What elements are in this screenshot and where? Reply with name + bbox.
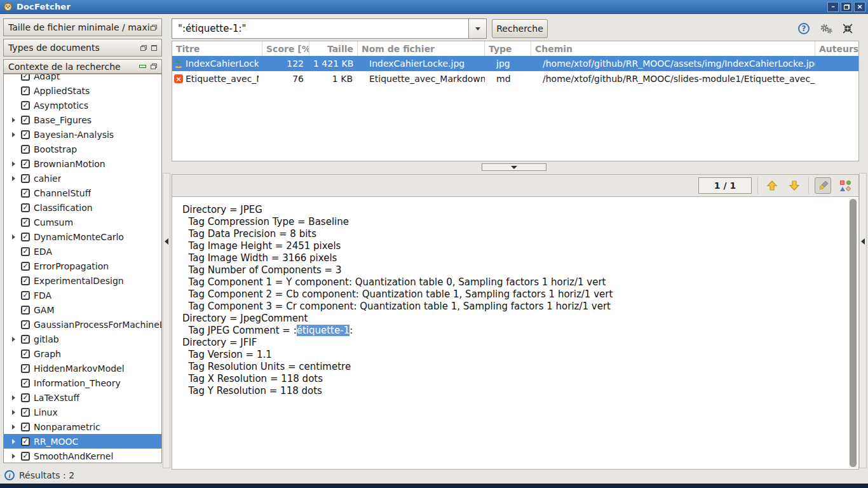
tree-item-checkbox[interactable]: ✓ xyxy=(21,306,30,315)
tree-item[interactable]: ✓ gitlab xyxy=(4,332,161,346)
column-header-chemin[interactable]: Chemin xyxy=(531,41,815,56)
expand-arrow-icon[interactable] xyxy=(12,454,15,459)
tree-item-checkbox[interactable]: ✓ xyxy=(21,437,30,446)
tree-item[interactable]: ✓ LaTeXstuff xyxy=(4,390,161,405)
panel-restore-icon[interactable] xyxy=(140,45,147,51)
right-vertical-sash[interactable] xyxy=(859,173,867,468)
minimize-to-tray-icon[interactable] xyxy=(843,24,853,34)
column-header-nom[interactable]: Nom de fichier xyxy=(358,41,485,56)
tree-item-checkbox[interactable]: ✓ xyxy=(21,101,30,110)
search-button[interactable]: Recherche xyxy=(492,19,548,38)
tree-item-checkbox[interactable]: ✓ xyxy=(21,116,30,125)
tree-item[interactable]: ✓ Cumsum xyxy=(4,215,161,229)
expand-arrow-icon[interactable] xyxy=(12,424,15,430)
tree-item[interactable]: ✓ RR_MOOC xyxy=(4,434,161,449)
tree-item-checkbox[interactable]: ✓ xyxy=(21,86,30,95)
expand-arrow-icon[interactable] xyxy=(12,118,15,123)
tree-item[interactable]: ✓ AppliedStats xyxy=(4,83,161,98)
preview-scrollbar[interactable] xyxy=(849,198,857,468)
tree-item[interactable]: ✓ GaussianProcessForMachineLea xyxy=(4,317,161,332)
panel-header-search-scope[interactable]: Contexte de la recherche xyxy=(3,59,162,74)
expand-arrow-icon[interactable] xyxy=(12,439,15,444)
tree-item[interactable]: ✓ Adapt xyxy=(4,74,161,83)
preferences-gears-icon[interactable] xyxy=(819,24,833,34)
tree-item[interactable]: ✓ cahier xyxy=(4,171,161,186)
tree-item-checkbox[interactable]: ✓ xyxy=(21,379,30,388)
search-history-dropdown[interactable] xyxy=(469,18,487,39)
tree-item-checkbox[interactable]: ✓ xyxy=(21,364,30,373)
horizontal-sash[interactable] xyxy=(172,163,859,172)
tree-item[interactable]: ✓ HiddenMarkovModel xyxy=(4,361,161,376)
tree-item-checkbox[interactable]: ✓ xyxy=(21,452,30,461)
panel-header-doctypes[interactable]: Types de documents xyxy=(3,39,162,57)
expand-arrow-icon[interactable] xyxy=(12,176,15,181)
left-vertical-sash[interactable] xyxy=(163,173,170,468)
column-header-titre[interactable]: Titre xyxy=(172,41,262,56)
tree-item[interactable]: ✓ ErrorPropagation xyxy=(4,259,161,273)
restore-button[interactable] xyxy=(841,2,852,12)
tree-item[interactable]: ✓ EDA xyxy=(4,244,161,259)
tree-item-checkbox[interactable]: ✓ xyxy=(21,189,30,198)
tree-item-checkbox[interactable]: ✓ xyxy=(21,247,30,256)
minimize-button[interactable]: – xyxy=(827,2,839,12)
expand-arrow-icon[interactable] xyxy=(12,395,15,400)
tree-item[interactable]: ✓ Graph xyxy=(4,346,161,361)
column-header-taille[interactable]: Taille xyxy=(309,41,358,56)
tree-item[interactable]: ✓ Base_Figures xyxy=(4,112,161,127)
close-button[interactable]: × xyxy=(854,2,865,12)
tree-item[interactable]: ✓ Linux xyxy=(4,405,161,419)
tree-item[interactable]: ✓ ExperimentalDesign xyxy=(4,273,161,288)
tree-item-checkbox[interactable]: ✓ xyxy=(21,74,30,81)
sash-collapse-button[interactable] xyxy=(482,163,546,171)
tree-item[interactable]: ✓ Nonparametric xyxy=(4,419,161,434)
tree-item-checkbox[interactable]: ✓ xyxy=(21,320,30,329)
table-row[interactable]: × IndexCahierLocke 122 1 421 KB IndexCah… xyxy=(172,56,858,71)
page-indicator[interactable]: 1 / 1 xyxy=(698,177,752,194)
tree-item-checkbox[interactable]: ✓ xyxy=(21,335,30,344)
expand-arrow-icon[interactable] xyxy=(12,234,15,240)
column-header-type[interactable]: Type xyxy=(485,41,531,56)
tree-item[interactable]: ✓ DynamicMonteCarlo xyxy=(4,229,161,244)
table-row[interactable]: × Etiquette_avec_Markdown 76 1 KB Etique… xyxy=(172,71,858,86)
tree-item-checkbox[interactable]: ✓ xyxy=(21,203,30,212)
tree-item-checkbox[interactable]: ✓ xyxy=(21,408,30,417)
tree-item-checkbox[interactable]: ✓ xyxy=(21,233,30,241)
tree-item-checkbox[interactable]: ✓ xyxy=(21,393,30,402)
expand-arrow-icon[interactable] xyxy=(12,410,15,415)
help-icon[interactable]: ? xyxy=(798,23,810,34)
tree-item-checkbox[interactable]: ✓ xyxy=(21,262,30,271)
scrollbar-thumb[interactable] xyxy=(850,199,857,467)
expand-arrow-icon[interactable] xyxy=(12,161,15,166)
tree-item-checkbox[interactable]: ✓ xyxy=(21,174,30,183)
tree-item[interactable]: ✓ FDA xyxy=(4,288,161,302)
previous-occurrence-button[interactable] xyxy=(764,177,780,194)
next-occurrence-button[interactable] xyxy=(786,177,803,194)
tree-item-checkbox[interactable]: ✓ xyxy=(21,423,30,431)
tree-item-checkbox[interactable]: ✓ xyxy=(21,130,30,139)
column-header-score[interactable]: Score [%] xyxy=(262,41,309,56)
tree-item[interactable]: ✓ Bayesian-Analysis xyxy=(4,127,161,142)
panel-restore-icon[interactable] xyxy=(151,25,157,30)
text-extraction-button[interactable] xyxy=(837,177,853,194)
panel-maximize-icon[interactable] xyxy=(151,45,157,51)
tree-item-checkbox[interactable]: ✓ xyxy=(21,159,30,168)
tree-item[interactable]: ✓ Bootstrap xyxy=(4,142,161,156)
search-input[interactable] xyxy=(172,18,469,39)
panel-restore-icon[interactable] xyxy=(151,64,157,69)
panel-header-filesize[interactable]: Taille de fichier minimale / maxima xyxy=(3,18,162,36)
tree-item[interactable]: ✓ GAM xyxy=(4,302,161,317)
tree-item[interactable]: ✓ BrownianMotion xyxy=(4,156,161,171)
tree-item[interactable]: ✓ Classification xyxy=(4,200,161,215)
tree-item[interactable]: ✓ Asymptotics xyxy=(4,98,161,112)
highlighting-toggle-button[interactable] xyxy=(815,177,831,194)
tree-item-checkbox[interactable]: ✓ xyxy=(21,145,30,154)
tree-item[interactable]: ✓ ChannelStuff xyxy=(4,186,161,200)
expand-arrow-icon[interactable] xyxy=(12,337,15,342)
tree-item-checkbox[interactable]: ✓ xyxy=(21,291,30,300)
tree-item-checkbox[interactable]: ✓ xyxy=(21,349,30,358)
column-header-auteurs[interactable]: Auteurs xyxy=(815,41,858,56)
tree-item[interactable]: ✓ SmoothAndKernel xyxy=(4,449,161,463)
tree-item[interactable]: ✓ Information_Theory xyxy=(4,376,161,390)
tree-item-checkbox[interactable]: ✓ xyxy=(21,218,30,227)
expand-arrow-icon[interactable] xyxy=(12,132,15,137)
